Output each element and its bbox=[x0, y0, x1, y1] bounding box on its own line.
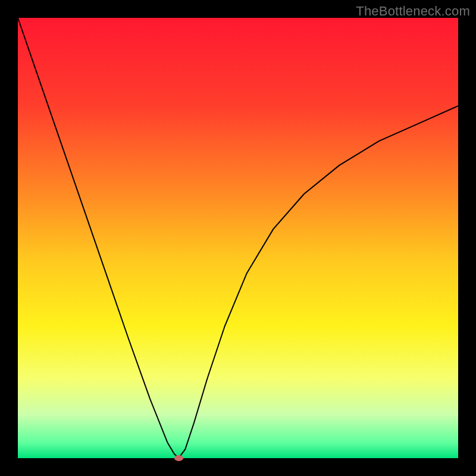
watermark-text: TheBottleneck.com bbox=[356, 4, 470, 19]
plot-svg bbox=[18, 18, 458, 458]
plot-frame bbox=[18, 18, 458, 458]
optimal-point-marker bbox=[174, 455, 183, 461]
gradient-background bbox=[18, 18, 458, 458]
